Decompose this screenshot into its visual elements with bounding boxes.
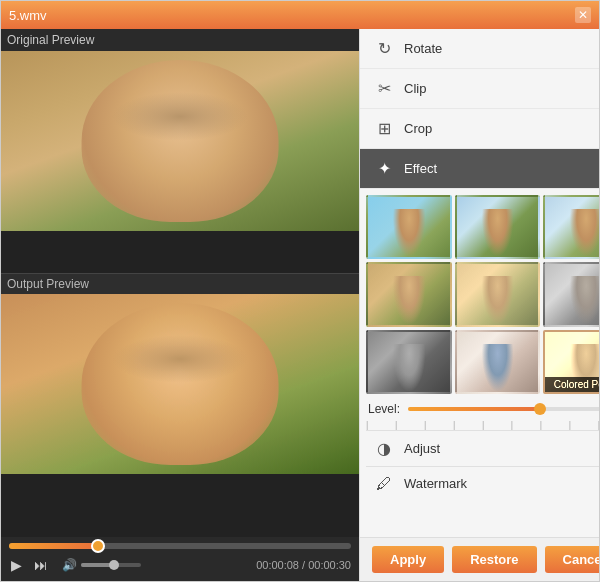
right-panel: ↻ Rotate ✂ Clip ⊞ Crop ✦ Effect — [359, 29, 599, 581]
effect-thumb-5[interactable] — [455, 262, 541, 326]
output-label: Output Preview — [1, 273, 359, 294]
original-video-frame — [1, 51, 359, 231]
face-simulation-output — [82, 303, 279, 465]
effect-thumb-1[interactable] — [366, 195, 452, 259]
effect-tooltip: Colored Pencil — [545, 377, 599, 392]
level-fill — [408, 407, 539, 411]
original-preview-section: Original Preview — [1, 29, 359, 273]
total-time: 00:00:30 — [308, 559, 351, 571]
watermark-icon: 🖊 — [374, 475, 394, 493]
progress-fill — [9, 543, 98, 549]
tool-menu: ↻ Rotate ✂ Clip ⊞ Crop ✦ Effect — [360, 29, 599, 189]
controls-row: ▶ ⏭ 🔊 00:00:08 / 00:00:30 — [9, 555, 351, 575]
volume-icon: 🔊 — [62, 558, 77, 572]
play-button[interactable]: ▶ — [9, 555, 24, 575]
clip-tool[interactable]: ✂ Clip — [360, 69, 599, 109]
face-simulation — [82, 60, 279, 222]
effect-tool[interactable]: ✦ Effect — [360, 149, 599, 189]
crop-label: Crop — [404, 121, 432, 136]
output-video-frame — [1, 294, 359, 474]
rotate-icon: ↻ — [374, 39, 394, 58]
level-row: Level: — [366, 398, 599, 420]
output-preview-section — [1, 294, 359, 538]
progress-thumb[interactable] — [91, 539, 105, 553]
thumb-person — [570, 276, 599, 324]
current-time: 00:00:08 — [256, 559, 299, 571]
thumb-person — [393, 344, 426, 392]
thumb-person — [393, 209, 426, 257]
adjust-label: Adjust — [404, 441, 440, 456]
thumb-person — [481, 209, 514, 257]
left-panel: Original Preview Output Preview — [1, 29, 359, 581]
output-preview-video — [1, 294, 359, 474]
time-display: 00:00:08 / 00:00:30 — [256, 559, 351, 571]
rotate-tool[interactable]: ↻ Rotate — [360, 29, 599, 69]
cancel-button[interactable]: Cancel — [545, 546, 599, 573]
original-label: Original Preview — [1, 29, 359, 51]
crop-icon: ⊞ — [374, 119, 394, 138]
volume-area: 🔊 — [62, 558, 141, 572]
crop-tool[interactable]: ⊞ Crop — [360, 109, 599, 149]
adjust-tool[interactable]: ◑ Adjust — [366, 430, 599, 466]
close-button[interactable]: ✕ — [575, 7, 591, 23]
rotate-label: Rotate — [404, 41, 442, 56]
main-window: 5.wmv ✕ Original Preview Output Preview — [0, 0, 600, 582]
level-thumb[interactable] — [534, 403, 546, 415]
level-ticks: ||| ||| ||| | — [366, 420, 599, 430]
bottom-bar: Apply Restore Cancel — [360, 537, 599, 581]
apply-button[interactable]: Apply — [372, 546, 444, 573]
effect-thumb-3[interactable] — [543, 195, 599, 259]
effect-section: Colored Pencil Level: ||| ||| ||| | — [360, 189, 599, 537]
thumb-person — [481, 344, 514, 392]
effect-grid: Colored Pencil — [366, 195, 599, 394]
progress-track[interactable] — [9, 543, 351, 549]
effect-thumb-4[interactable] — [366, 262, 452, 326]
adjust-icon: ◑ — [374, 439, 394, 458]
level-track[interactable] — [408, 407, 599, 411]
volume-track[interactable] — [81, 563, 141, 567]
thumb-person — [393, 276, 426, 324]
titlebar: 5.wmv ✕ — [1, 1, 599, 29]
clip-label: Clip — [404, 81, 426, 96]
next-frame-button[interactable]: ⏭ — [32, 555, 50, 575]
level-label: Level: — [368, 402, 400, 416]
window-title: 5.wmv — [9, 8, 47, 23]
volume-thumb[interactable] — [109, 560, 119, 570]
progress-row — [9, 543, 351, 549]
effect-thumb-9[interactable]: Colored Pencil — [543, 330, 599, 394]
thumb-person — [570, 209, 599, 257]
controls-bar: ▶ ⏭ 🔊 00:00:08 / 00:00:30 — [1, 537, 359, 581]
effect-label: Effect — [404, 161, 437, 176]
watermark-label: Watermark — [404, 476, 467, 491]
clip-icon: ✂ — [374, 79, 394, 98]
restore-button[interactable]: Restore — [452, 546, 536, 573]
effect-thumb-2[interactable] — [455, 195, 541, 259]
thumb-person — [481, 276, 514, 324]
effect-thumb-8[interactable] — [455, 330, 541, 394]
time-separator: / — [299, 559, 308, 571]
content-area: Original Preview Output Preview — [1, 29, 599, 581]
effect-icon: ✦ — [374, 159, 394, 178]
effect-thumb-6[interactable] — [543, 262, 599, 326]
effect-thumb-7[interactable] — [366, 330, 452, 394]
watermark-tool[interactable]: 🖊 Watermark — [366, 466, 599, 501]
original-preview-video — [1, 51, 359, 231]
